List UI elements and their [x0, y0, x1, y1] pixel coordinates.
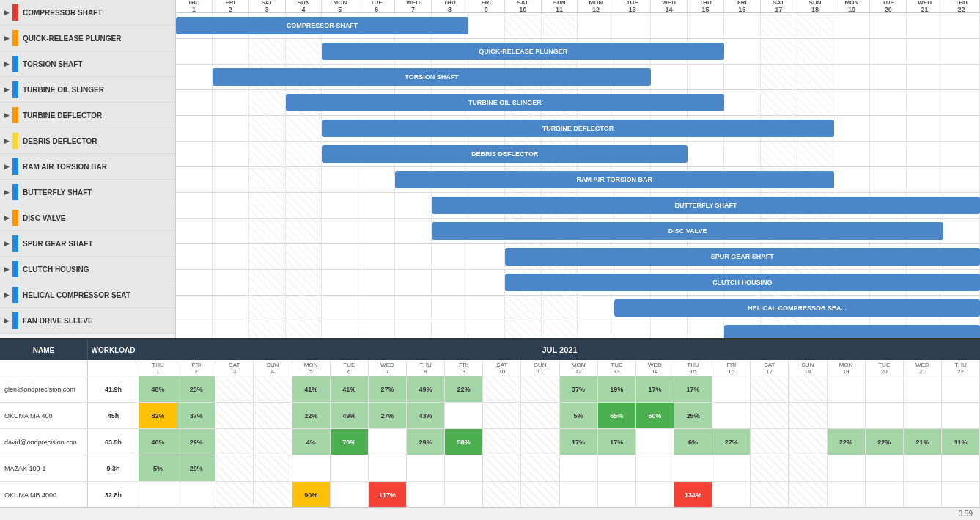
gantt-cell [322, 321, 358, 338]
gantt-bar[interactable]: SPUR GEAR SHAFT [505, 248, 980, 266]
wl-day-num: 7 [386, 368, 388, 375]
day-name: MON [845, 0, 859, 6]
wl-workload-label: WORKLOAD [92, 346, 136, 354]
task-color-bar [12, 158, 18, 175]
gantt-bar[interactable]: CLUTCH HOUSING [505, 274, 980, 291]
wl-day-value-cell [521, 482, 559, 507]
gantt-cell [468, 270, 505, 295]
gantt-cell [651, 321, 688, 338]
gantt-bar[interactable]: HELICAL COMPRESSOR SEA... [614, 299, 980, 317]
wl-day-value-cell [789, 455, 827, 481]
gantt-cell [870, 13, 907, 38]
wl-day-value-cell: 117% [369, 482, 407, 507]
wl-days-container: 5%29% [139, 455, 980, 481]
gantt-header: THU1FRI2SAT3SUN4MON5TUE6WED7THU8FRI9SAT1… [176, 0, 980, 13]
wl-day-value-cell: 134% [674, 482, 712, 507]
day-name: SUN [298, 0, 310, 6]
gantt-cell [395, 321, 432, 338]
wl-day-value-cell [904, 376, 942, 402]
expand-arrow-icon: ▶ [4, 111, 10, 119]
gantt-bar[interactable]: RAM AIR TORSION BAR [395, 171, 833, 188]
expand-arrow-icon: ▶ [4, 240, 10, 247]
gantt-bar[interactable]: TORSION SHAFT [213, 68, 651, 86]
gantt-cell [724, 142, 761, 166]
gantt-cell [249, 244, 286, 269]
wl-day-header-cell: TUE13 [598, 360, 636, 376]
wl-day-value-cell [828, 482, 866, 507]
gantt-label-row[interactable]: ▶QUICK-RELEASE PLUNGER [0, 26, 175, 51]
gantt-label-row[interactable]: ▶HELICAL COMPRESSOR SEAT [0, 282, 175, 308]
gantt-header-cell: MON12 [578, 0, 614, 12]
gantt-cell [286, 167, 323, 192]
gantt-label-row[interactable]: ▶CLUTCH HOUSING [0, 257, 175, 282]
gantt-bar[interactable]: TURBINE DEFLECTOR [322, 120, 833, 137]
wl-day-name: THU [687, 362, 699, 368]
gantt-bar[interactable]: COMPRESSOR SHAFT [176, 17, 468, 34]
gantt-cell [286, 321, 323, 338]
gantt-row: COMPRESSOR SHAFT [176, 13, 980, 39]
task-label: TORSION SHAFT [23, 60, 82, 68]
gantt-cell [358, 296, 395, 321]
gantt-cell [249, 321, 286, 338]
gantt-cell [907, 142, 943, 166]
wl-day-num: 6 [347, 368, 350, 375]
expand-arrow-icon: ▶ [4, 291, 10, 299]
gantt-cell [870, 39, 907, 64]
gantt-label-row[interactable]: ▶TURBINE DEFLECTOR [0, 103, 175, 128]
gantt-bar[interactable]: DISC VALVE [432, 222, 943, 240]
gantt-label-row[interactable]: ▶DEBRIS DEFLECTOR [0, 128, 175, 154]
wl-day-num: 15 [690, 368, 696, 375]
wl-day-num: 19 [843, 368, 850, 375]
expand-arrow-icon: ▶ [4, 163, 10, 170]
gantt-header-cell: THU1 [176, 0, 213, 12]
gantt-cell [213, 193, 249, 218]
gantt-cell [761, 39, 797, 64]
gantt-bar[interactable]: QUICK-RELEASE PLUNGER [322, 43, 724, 60]
day-num: 1 [192, 6, 196, 13]
wl-day-header-cell: FRI2 [177, 360, 215, 376]
gantt-cell [213, 116, 249, 141]
gantt-cell [213, 244, 249, 269]
gantt-cell [432, 321, 468, 338]
wl-day-value-cell [254, 429, 292, 455]
gantt-cell [943, 39, 980, 64]
gantt-bar[interactable]: BUTTERFLY SHAFT [432, 197, 980, 214]
gantt-label-row[interactable]: ▶SPUR GEAR SHAFT [0, 231, 175, 257]
gantt-label-row[interactable]: ▶TORSION SHAFT [0, 51, 175, 77]
gantt-label-row[interactable]: ▶FAN DRIVE SLEEVE [0, 308, 175, 334]
wl-day-name: SAT [764, 362, 775, 368]
gantt-label-row[interactable]: ▶BUTTERFLY SHAFT [0, 180, 175, 205]
expand-arrow-icon: ▶ [4, 317, 10, 324]
gantt-header-cell: SAT17 [761, 0, 797, 12]
gantt-cell [358, 270, 395, 295]
day-num: 12 [592, 6, 600, 13]
day-num: 16 [738, 6, 745, 13]
wl-day-value-cell: 27% [369, 403, 407, 428]
gantt-cell [833, 116, 870, 141]
gantt-label-row[interactable]: ▶DISC VALVE [0, 205, 175, 231]
gantt-label-row[interactable]: ▶COMPRESSOR SHAFT [0, 0, 175, 26]
gantt-bar[interactable]: DEBRIS DEFLECTOR [322, 145, 688, 163]
gantt-cell [943, 90, 980, 115]
gantt-header-cell: MON19 [833, 0, 870, 12]
gantt-bar[interactable]: TURBINE OIL SLINGER [286, 94, 724, 111]
gantt-label-row[interactable]: ▶RAM AIR TORSION BAR [0, 154, 175, 180]
gantt-cell [614, 13, 651, 38]
gantt-header-cell: SUN18 [797, 0, 834, 12]
gantt-cell [286, 142, 323, 166]
gantt-label-row[interactable]: ▶TURBINE OIL SLINGER [0, 77, 175, 103]
gantt-cell [907, 116, 943, 141]
day-name: FRI [482, 0, 491, 6]
wl-day-value-cell: 41% [331, 376, 369, 402]
day-name: SAT [261, 0, 272, 6]
wl-day-value-cell: 41% [292, 376, 331, 402]
wl-day-value-cell: 22% [445, 376, 483, 402]
gantt-cell [286, 116, 323, 141]
gantt-cell [395, 296, 432, 321]
wl-row: glen@ondprecision.com41.9h48%25%41%41%27… [0, 376, 980, 403]
gantt-bar[interactable] [724, 325, 980, 338]
workload-header: NAME WORKLOAD JUL 2021 [0, 340, 980, 360]
gantt-header-cell: FRI9 [468, 0, 505, 12]
expand-arrow-icon: ▶ [4, 9, 10, 16]
gantt-cell [249, 193, 286, 218]
